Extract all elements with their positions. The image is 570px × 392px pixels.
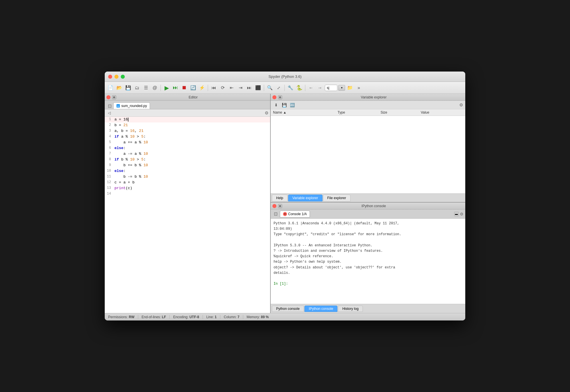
debug-button[interactable]: ⚡: [198, 84, 206, 92]
console-tab-1[interactable]: ✕ Console 1/A: [280, 211, 310, 217]
console-tab-close-icon[interactable]: ✕: [283, 212, 287, 216]
console-ipython-line: IPython 5.3.0 -- An enhanced Interactive…: [274, 243, 462, 248]
main-toolbar: 📄 📂 💾 🗂 ☰ @ ▶ ⏭ ⏹ 🔄 ⚡ ⏮ ⟳ ⇤ ⇥ ⏭ ⬛ 🔍 ⤢ 🔧 …: [105, 82, 465, 94]
var-explorer-titlebar: ✕ ⊞ Variable explorer: [271, 94, 465, 101]
separator-4: [284, 85, 285, 91]
next-button[interactable]: ⏭: [245, 84, 253, 92]
var-toolbar: ⬇ 💾 🔤 ⚙: [271, 101, 465, 109]
code-editor[interactable]: 1 a = 16 2 b = 21 3 a, b = 16, 21 4 if a…: [105, 117, 270, 313]
browse-button[interactable]: 📁: [346, 84, 354, 92]
find-button[interactable]: 🔍: [266, 84, 274, 92]
code-line-4: 4 if a % 10 > 5:: [105, 134, 270, 140]
col-header-type[interactable]: Type: [335, 109, 378, 116]
search-dropdown[interactable]: ▾: [338, 85, 345, 91]
editor-nav-left[interactable]: ◁: [106, 110, 112, 116]
step-button[interactable]: ⟳: [219, 84, 227, 92]
list-button[interactable]: ☰: [142, 84, 150, 92]
stop-debug-button[interactable]: ⬛: [254, 84, 262, 92]
run-file-button[interactable]: ⏭: [171, 84, 179, 92]
variable-explorer-panel: ✕ ⊞ Variable explorer ⬇ 💾 🔤 ⚙: [271, 94, 465, 203]
var-import-button[interactable]: ⬇: [273, 102, 279, 108]
reload-button[interactable]: 🔄: [189, 84, 197, 92]
var-close-button[interactable]: ✕: [272, 95, 276, 99]
editor-settings-icon[interactable]: ⚙: [265, 110, 268, 116]
stop-button[interactable]: ⏹: [180, 84, 188, 92]
editor-tab-nav[interactable]: ⊡: [106, 103, 113, 109]
close-button[interactable]: [108, 75, 112, 79]
column-value: 7: [238, 315, 240, 319]
console-blank-2: [274, 276, 462, 281]
back-button[interactable]: ←: [307, 84, 315, 92]
ipython-panel-title: IPython console: [284, 204, 464, 208]
console-body[interactable]: Python 3.6.1 |Anaconda 4.4.0 (x86_64)| (…: [271, 219, 465, 304]
console-blank-1: [274, 237, 462, 243]
ipython-close-button[interactable]: ✕: [272, 204, 276, 208]
editor-toolbar-right: ⚙: [265, 110, 268, 116]
search-box[interactable]: [325, 85, 337, 91]
step-into-button[interactable]: ⏮: [210, 84, 218, 92]
save-button[interactable]: 💾: [124, 84, 132, 92]
console-settings-icon[interactable]: ⚙: [460, 212, 464, 216]
editor-panel-title: Editor: [118, 95, 268, 99]
more-button[interactable]: »: [355, 84, 363, 92]
preferences-button[interactable]: 🔧: [286, 84, 294, 92]
code-line-13: 13 print(c): [105, 185, 270, 191]
code-line-3: 3 a, b = 16, 21: [105, 128, 270, 134]
code-line-5: 5 a += a % 10: [105, 140, 270, 145]
col-header-size[interactable]: Size: [378, 109, 419, 116]
line-value: 1: [215, 315, 217, 319]
encoding-label: Encoding:: [173, 315, 188, 319]
column-label: Column:: [224, 315, 237, 319]
expand-button[interactable]: ⤢: [275, 84, 283, 92]
var-exclude-button[interactable]: 🔤: [289, 102, 295, 108]
var-undock-button[interactable]: ⊞: [278, 95, 282, 99]
separator-5: [305, 85, 305, 91]
col-header-value[interactable]: Value: [418, 109, 465, 116]
var-toolbar-left: ⬇ 💾 🔤: [273, 102, 295, 108]
var-panel-title: Variable explorer: [284, 95, 464, 99]
tab-variable-explorer[interactable]: Variable explorer: [288, 195, 322, 201]
right-panel: ✕ ⊞ Variable explorer ⬇ 💾 🔤 ⚙: [271, 94, 465, 313]
code-line-12: 12 c = a + b: [105, 180, 270, 185]
tab-help[interactable]: Help: [272, 195, 288, 201]
maximize-button[interactable]: [121, 75, 125, 79]
column-item: Column: 7: [220, 315, 243, 319]
code-line-14: 14: [105, 191, 270, 197]
continue-button[interactable]: ⇥: [236, 84, 244, 92]
console-tab-label: Console 1/A: [288, 212, 307, 216]
tab-file-explorer[interactable]: File explorer: [323, 195, 351, 201]
editor-close-button[interactable]: ✕: [106, 95, 110, 99]
tab-python-console[interactable]: Python console: [272, 306, 304, 312]
run-button[interactable]: ▶: [163, 84, 171, 92]
var-export-button[interactable]: 💾: [281, 102, 287, 108]
col-header-name[interactable]: Name ▲: [271, 109, 335, 116]
forward-button[interactable]: →: [316, 84, 324, 92]
tab-history-log[interactable]: History log: [338, 306, 363, 312]
save-all-button[interactable]: 🗂: [133, 84, 141, 92]
search-input[interactable]: [327, 86, 335, 90]
at-button[interactable]: @: [151, 84, 159, 92]
console-help-line-2: %quickref -> Quick reference.: [274, 254, 462, 259]
console-tab-nav[interactable]: ⊡: [272, 211, 279, 217]
minimize-button[interactable]: [114, 75, 118, 79]
encoding-value: UTF-8: [189, 315, 199, 319]
editor-tab-bar: ⊡ py sum_rounded.py: [105, 101, 270, 109]
new-file-button[interactable]: 📄: [106, 84, 114, 92]
open-file-button[interactable]: 📂: [115, 84, 123, 92]
editor-undock-button[interactable]: ⊞: [112, 95, 116, 99]
code-line-9: 9 b += b % 10: [105, 163, 270, 168]
console-right-controls: ▬ ⚙: [454, 212, 464, 216]
editor-toolbar-left: ◁: [106, 110, 112, 116]
memory-value: 89 %: [261, 315, 269, 319]
main-window: Spyder (Python 3.6) 📄 📂 💾 🗂 ☰ @ ▶ ⏭ ⏹ 🔄 …: [105, 72, 465, 320]
editor-tab-sum-rounded[interactable]: py sum_rounded.py: [113, 102, 150, 109]
code-line-6: 6 else:: [105, 145, 270, 151]
var-tab-bar: Help Variable explorer File explorer: [271, 193, 465, 202]
step-return-button[interactable]: ⇤: [227, 84, 235, 92]
python-button[interactable]: 🐍: [295, 84, 303, 92]
var-settings-icon[interactable]: ⚙: [459, 102, 463, 108]
console-minimize-button[interactable]: ▬: [454, 212, 459, 216]
ipython-undock-button[interactable]: ⊞: [278, 204, 282, 208]
tab-ipython-console[interactable]: IPython console: [304, 306, 337, 312]
eol-label: End-of-lines:: [142, 315, 161, 319]
